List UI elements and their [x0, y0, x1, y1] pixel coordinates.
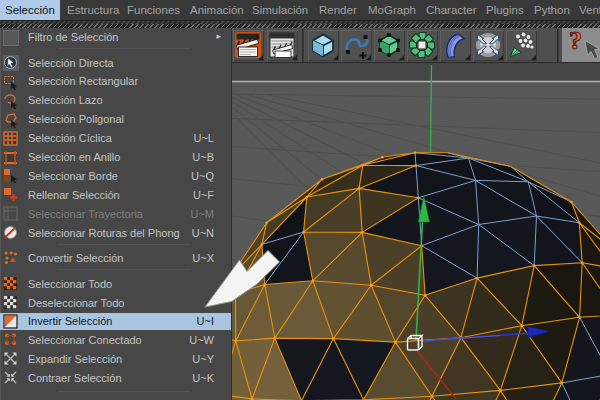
- svg-text:?: ?: [569, 28, 582, 55]
